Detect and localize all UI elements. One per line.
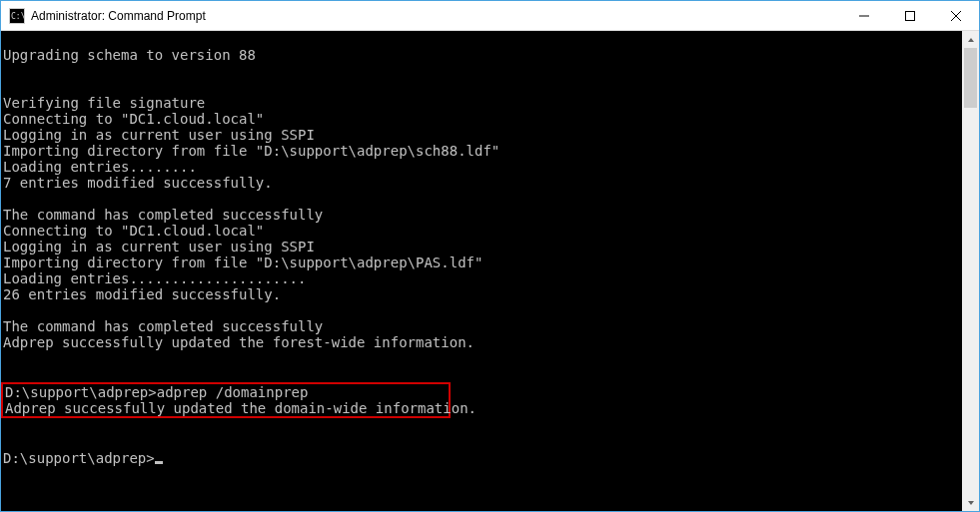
client-area: Upgrading schema to version 88Verifying … <box>1 31 979 511</box>
console-line: 26 entries modified successfully. <box>3 286 962 302</box>
prompt-line[interactable]: D:\support\adprep> <box>3 450 962 466</box>
cursor-icon <box>155 461 163 464</box>
console-line <box>3 350 962 366</box>
console-line: Upgrading schema to version 88 <box>3 47 962 63</box>
console-line <box>3 31 962 47</box>
minimize-button[interactable] <box>841 1 887 30</box>
maximize-button[interactable] <box>887 1 933 30</box>
console-line: Loading entries..................... <box>3 270 962 286</box>
console-line: Connecting to "DC1.cloud.local" <box>3 223 962 239</box>
console-line: The command has completed successfully <box>3 318 962 334</box>
console-line: Verifying file signature <box>3 95 962 111</box>
highlight-annotation: D:\support\adprep>adprep /domainprepAdpr… <box>1 382 451 418</box>
console-line: Logging in as current user using SSPI <box>3 239 962 255</box>
close-button[interactable] <box>933 1 979 30</box>
vertical-scrollbar[interactable] <box>962 31 979 511</box>
console-line <box>3 63 962 79</box>
console-line: D:\support\adprep>adprep /domainprep <box>3 384 449 400</box>
window-title: Administrator: Command Prompt <box>31 9 206 23</box>
console-output[interactable]: Upgrading schema to version 88Verifying … <box>1 31 962 511</box>
console-line: Importing directory from file "D:\suppor… <box>3 143 962 159</box>
console-line <box>3 418 962 434</box>
console-line <box>3 302 962 318</box>
console-line: 7 entries modified successfully. <box>3 175 962 191</box>
cmd-icon: C:\ <box>9 8 25 24</box>
scroll-up-arrow-icon[interactable] <box>962 31 979 48</box>
console-line: The command has completed successfully <box>3 207 962 223</box>
console-line: Connecting to "DC1.cloud.local" <box>3 111 962 127</box>
console-line: Adprep successfully updated the domain-w… <box>3 400 449 416</box>
window-controls <box>841 1 979 30</box>
console-line: Importing directory from file "D:\suppor… <box>3 255 962 270</box>
command-prompt-window: C:\ Administrator: Command Prompt Upgrad… <box>0 0 980 512</box>
prompt-text: D:\support\adprep> <box>3 450 155 466</box>
svg-text:C:\: C:\ <box>11 12 25 21</box>
console-line <box>3 79 962 95</box>
console-line: Logging in as current user using SSPI <box>3 127 962 143</box>
console-line <box>3 434 962 450</box>
scroll-thumb[interactable] <box>964 48 977 108</box>
console-line <box>3 366 962 382</box>
titlebar[interactable]: C:\ Administrator: Command Prompt <box>1 1 979 31</box>
scroll-down-arrow-icon[interactable] <box>962 494 979 511</box>
console-line <box>3 191 962 207</box>
console-line: Loading entries........ <box>3 159 962 175</box>
svg-rect-3 <box>906 11 915 20</box>
console-line: Adprep successfully updated the forest-w… <box>3 334 962 350</box>
